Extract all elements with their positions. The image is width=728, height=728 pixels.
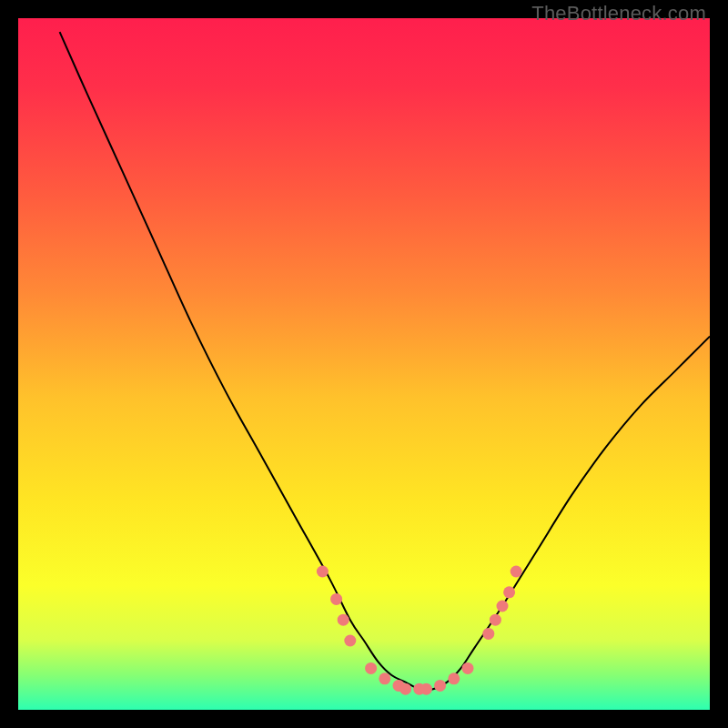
highlight-marker <box>448 672 460 684</box>
highlight-marker <box>511 566 522 578</box>
watermark-text: TheBottleneck.com <box>531 2 706 25</box>
highlight-marker <box>420 683 432 695</box>
highlight-marker <box>399 683 411 695</box>
highlight-marker <box>462 662 474 674</box>
highlight-marker <box>338 614 349 626</box>
highlight-marker <box>344 635 356 647</box>
highlight-marker <box>497 601 509 612</box>
highlight-marker <box>317 566 329 578</box>
highlight-marker <box>330 593 342 605</box>
highlight-marker <box>490 614 501 626</box>
highlight-marker <box>482 628 494 640</box>
highlight-marker <box>503 586 515 598</box>
highlight-marker <box>434 680 446 692</box>
highlight-marker <box>365 662 377 674</box>
highlight-marker <box>379 672 390 684</box>
chart-frame <box>18 18 710 710</box>
bottleneck-chart <box>18 18 710 710</box>
chart-background <box>18 18 710 710</box>
